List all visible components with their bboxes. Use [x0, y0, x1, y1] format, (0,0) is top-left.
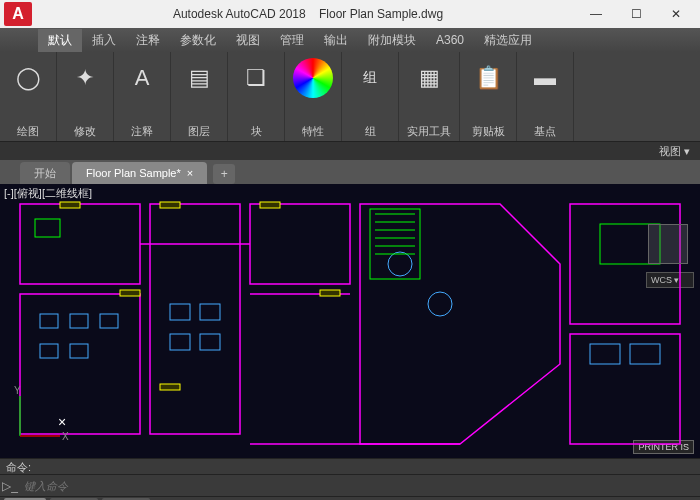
group-icon: 组 [350, 58, 390, 98]
svg-rect-28 [370, 209, 420, 279]
svg-rect-21 [630, 344, 660, 364]
svg-rect-5 [570, 334, 680, 444]
tab-insert[interactable]: 插入 [82, 29, 126, 52]
svg-rect-26 [320, 290, 340, 296]
close-button[interactable]: ✕ [656, 0, 696, 28]
ucs-axis-icon: YX [10, 386, 70, 448]
tab-featured[interactable]: 精选应用 [474, 29, 542, 52]
svg-rect-2 [150, 204, 240, 434]
ribbon-modify[interactable]: ✦修改 [57, 52, 114, 141]
svg-point-18 [388, 252, 412, 276]
svg-rect-9 [40, 314, 58, 328]
ribbon-utilities[interactable]: ▦实用工具 [399, 52, 460, 141]
svg-rect-36 [35, 219, 60, 237]
ribbon-layers[interactable]: ▤图层 [171, 52, 228, 141]
svg-rect-27 [160, 384, 180, 390]
command-prompt-icon: ▷_ [0, 479, 20, 493]
ribbon-clipboard[interactable]: 📋剪贴板 [460, 52, 517, 141]
command-area: 命令: ▷_ [0, 458, 700, 496]
svg-rect-11 [100, 314, 118, 328]
svg-rect-22 [60, 202, 80, 208]
tab-manage[interactable]: 管理 [270, 29, 314, 52]
tab-view[interactable]: 视图 [226, 29, 270, 52]
app-logo[interactable]: A [4, 2, 32, 26]
folder-icon: ▬ [525, 58, 565, 98]
tab-default[interactable]: 默认 [38, 29, 82, 52]
status-bar: 模型 布局1 布局2 + ▦ ⊞ ∟ ⊕ ◻ ≡ ◧ 1:1 ⚙ ⛶ [0, 496, 700, 500]
block-icon: ❏ [236, 58, 276, 98]
svg-point-19 [428, 292, 452, 316]
ribbon-panel-selector[interactable]: 视图 ▾ [0, 142, 700, 160]
ribbon-draw[interactable]: ◯绘图 [0, 52, 57, 141]
layers-icon: ▤ [179, 58, 219, 98]
close-tab-icon[interactable]: × [187, 167, 193, 179]
floor-plan-drawing [0, 184, 700, 458]
window-title: Autodesk AutoCAD 2018 Floor Plan Sample.… [40, 7, 576, 21]
ribbon-tabs: 默认 插入 注释 参数化 视图 管理 输出 附加模块 A360 精选应用 [0, 28, 700, 52]
svg-rect-17 [200, 334, 220, 350]
svg-rect-0 [20, 204, 140, 284]
svg-rect-15 [200, 304, 220, 320]
tab-a360[interactable]: A360 [426, 30, 474, 50]
tab-floorplan[interactable]: Floor Plan Sample*× [72, 162, 207, 184]
new-tab-button[interactable]: + [213, 164, 235, 184]
tab-start[interactable]: 开始 [20, 162, 70, 184]
svg-rect-23 [160, 202, 180, 208]
tab-parametric[interactable]: 参数化 [170, 29, 226, 52]
clipboard-icon: 📋 [468, 58, 508, 98]
window-controls: — ☐ ✕ [576, 0, 696, 28]
ribbon-block[interactable]: ❏块 [228, 52, 285, 141]
svg-rect-16 [170, 334, 190, 350]
viewport-controls[interactable]: [-][俯视][二维线框] [4, 186, 92, 201]
svg-rect-25 [120, 290, 140, 296]
svg-rect-24 [260, 202, 280, 208]
svg-rect-20 [590, 344, 620, 364]
svg-rect-3 [250, 204, 350, 284]
ribbon: ◯绘图 ✦修改 A注释 ▤图层 ❏块 ◉特性 组组 ▦实用工具 📋剪贴板 ▬基点 [0, 52, 700, 142]
document-tabs: 开始 Floor Plan Sample*× + [0, 160, 700, 184]
calculator-icon: ▦ [409, 58, 449, 98]
tab-addins[interactable]: 附加模块 [358, 29, 426, 52]
title-bar: A Autodesk AutoCAD 2018 Floor Plan Sampl… [0, 0, 700, 28]
svg-rect-14 [170, 304, 190, 320]
svg-text:X: X [62, 431, 69, 442]
ribbon-annotate[interactable]: A注释 [114, 52, 171, 141]
svg-rect-12 [40, 344, 58, 358]
palette-icon: ◉ [293, 58, 333, 98]
svg-rect-10 [70, 314, 88, 328]
text-icon: A [122, 58, 162, 98]
circle-icon: ◯ [8, 58, 48, 98]
minimize-button[interactable]: — [576, 0, 616, 28]
ribbon-group[interactable]: 组组 [342, 52, 399, 141]
modify-icon: ✦ [65, 58, 105, 98]
command-line[interactable]: ▷_ [0, 474, 700, 496]
tab-annotate[interactable]: 注释 [126, 29, 170, 52]
command-input[interactable] [20, 480, 700, 492]
drawing-canvas[interactable]: [-][俯视][二维线框] WCS ▾ PRINTER IS × [0, 184, 700, 458]
command-history: 命令: [0, 458, 700, 474]
svg-rect-13 [70, 344, 88, 358]
ribbon-basepoint[interactable]: ▬基点 [517, 52, 574, 141]
view-cube[interactable] [648, 224, 688, 264]
svg-text:Y: Y [14, 386, 21, 396]
maximize-button[interactable]: ☐ [616, 0, 656, 28]
tab-output[interactable]: 输出 [314, 29, 358, 52]
ribbon-properties[interactable]: ◉特性 [285, 52, 342, 141]
